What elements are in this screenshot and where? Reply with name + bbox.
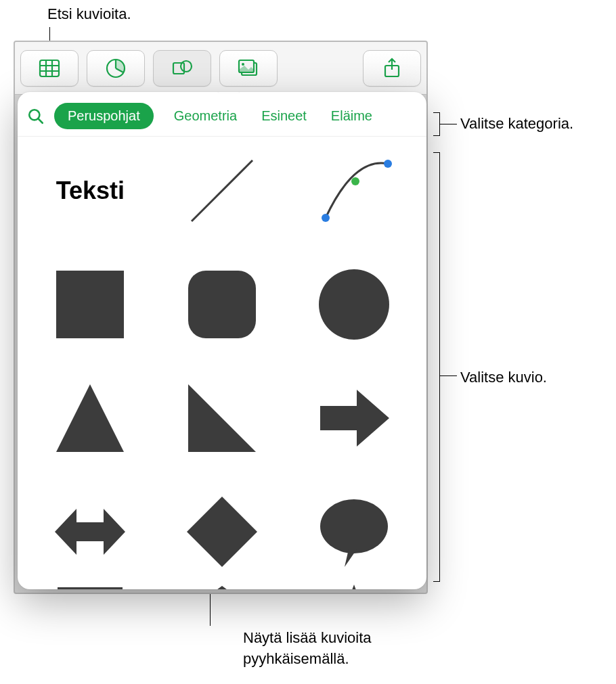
shape-line[interactable] [170,143,275,238]
tab-esineet[interactable]: Esineet [257,103,311,129]
text-shape-label: Teksti [56,177,125,205]
callout-rect-icon [49,579,131,589]
media-icon [236,56,261,81]
svg-rect-31 [58,587,123,589]
svg-marker-26 [320,390,389,447]
shape-diamond[interactable] [170,484,275,579]
svg-point-23 [319,269,389,340]
shape-right-triangle[interactable] [170,371,275,465]
share-icon [380,56,404,81]
callout-bracket-stem [440,124,457,124]
callout-bracket [433,112,440,136]
star-icon [313,579,395,589]
square-icon [49,264,131,345]
table-icon [37,56,62,81]
callout-shape: Valitse kuvio. [460,369,547,386]
shape-text[interactable]: Teksti [38,143,143,238]
triangle-icon [49,378,131,459]
shape-circle[interactable] [301,257,406,352]
tab-geometria[interactable]: Geometria [170,103,241,129]
circle-icon [313,264,395,345]
arrow-right-icon [313,378,395,459]
toolbar [15,42,426,95]
diamond-icon [181,491,263,572]
svg-rect-8 [173,63,184,74]
svg-rect-21 [56,271,124,338]
callout-bracket-stem [440,375,457,376]
search-icon[interactable] [27,108,45,125]
svg-line-17 [192,160,252,221]
svg-marker-28 [187,497,257,567]
callout-swipe: Näytä lisää kuvioita pyyhkäisemällä. [243,628,372,670]
curve-icon [313,150,395,231]
toolbar-shape-button[interactable] [153,50,211,87]
shape-arrow-right[interactable] [301,371,406,465]
tab-peruspohjat[interactable]: Peruspohjat [54,103,154,129]
shape-triangle[interactable] [38,371,143,465]
callout-search: Etsi kuvioita. [47,5,131,23]
callout-line [210,594,211,626]
svg-point-29 [320,499,388,553]
shape-arrow-leftright[interactable] [38,484,143,579]
callout-swipe-line2: pyyhkäisemällä. [243,650,349,667]
svg-marker-24 [56,384,124,452]
shape-rounded-square[interactable] [170,257,275,352]
popover-header: Peruspohjat Geometria Esineet Eläime [18,92,426,137]
svg-marker-34 [317,585,391,589]
pentagon-icon [181,579,263,589]
shape-curve[interactable] [301,143,406,238]
shapes-grid-overflow [18,579,426,589]
svg-point-12 [242,63,244,66]
toolbar-left [20,50,278,87]
category-tabs[interactable]: Peruspohjat Geometria Esineet Eläime [54,103,416,129]
shape-callout-rect[interactable] [38,579,143,589]
speech-bubble-icon [313,491,395,572]
svg-point-20 [351,177,359,185]
tab-elaimet[interactable]: Eläime [327,103,376,129]
svg-point-18 [322,214,330,222]
svg-point-19 [384,160,392,168]
toolbar-right [363,50,421,87]
toolbar-chart-button[interactable] [87,50,145,87]
shape-square[interactable] [38,257,143,352]
toolbar-share-button[interactable] [363,50,421,87]
toolbar-table-button[interactable] [20,50,79,87]
arrow-leftright-icon [49,491,131,572]
callout-bracket [433,152,440,582]
shape-pentagon[interactable] [170,579,275,589]
toolbar-media-button[interactable] [219,50,278,87]
shapes-grid: Teksti [18,137,426,579]
svg-line-16 [38,118,43,123]
shapes-popover: Peruspohjat Geometria Esineet Eläime Tek… [18,92,426,589]
rounded-square-icon [181,264,263,345]
svg-marker-27 [55,509,125,555]
shape-speech-bubble[interactable] [301,484,406,579]
callout-category: Valitse kategoria. [460,115,573,133]
shape-icon [170,56,194,81]
svg-rect-0 [40,60,59,76]
svg-point-9 [181,61,192,72]
callout-swipe-line1: Näytä lisää kuvioita [243,629,372,646]
svg-rect-22 [188,271,256,338]
svg-marker-25 [188,384,256,452]
chart-icon [104,56,128,81]
right-triangle-icon [181,378,263,459]
svg-marker-33 [187,586,257,589]
line-icon [181,150,263,231]
shape-star[interactable] [301,579,406,589]
